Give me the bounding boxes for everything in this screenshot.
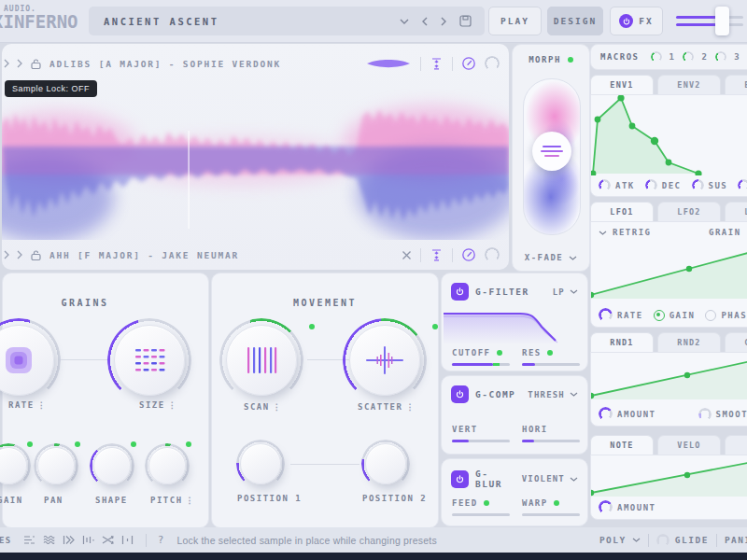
- lfo-phase-radio[interactable]: [705, 310, 716, 321]
- cutoff-slider[interactable]: [452, 363, 510, 366]
- preset-dropdown-icon[interactable]: [400, 19, 409, 24]
- rnd-smoothing-knob[interactable]: [698, 408, 712, 421]
- env-sus-knob[interactable]: [692, 179, 704, 191]
- scatter-menu-dots[interactable]: ⋮: [405, 402, 416, 412]
- position1-knob[interactable]: [236, 440, 285, 488]
- sample2-snap-icon[interactable]: [430, 248, 444, 262]
- vert-slider[interactable]: [452, 440, 510, 442]
- env-dec-knob[interactable]: [645, 179, 657, 191]
- gblur-mode-select[interactable]: VIOLENT: [522, 474, 578, 483]
- sample1-expand-icon[interactable]: [17, 59, 22, 68]
- movement-scan-knob[interactable]: [219, 318, 303, 402]
- sample2-gauge-icon[interactable]: [461, 247, 476, 262]
- sample2-name[interactable]: AHH [F MAJOR] - JAKE NEUMAR: [49, 250, 239, 260]
- gfilter-curve[interactable]: [442, 307, 587, 344]
- morph-mode-select[interactable]: X-FADE: [513, 253, 589, 262]
- movement-scatter-knob[interactable]: [343, 318, 427, 402]
- waves-icon[interactable]: [43, 535, 56, 545]
- env-graph[interactable]: [591, 95, 747, 175]
- hori-slider[interactable]: [522, 440, 580, 442]
- poly-chevron-icon[interactable]: [632, 538, 641, 542]
- save-icon[interactable]: [459, 15, 472, 27]
- sample1-collapse-icon[interactable]: [4, 59, 9, 68]
- sample2-expand-icon[interactable]: [17, 250, 22, 259]
- output-slider-handle[interactable]: [715, 7, 729, 35]
- gfilter-mode-select[interactable]: LP: [553, 287, 578, 297]
- grains-rate-knob[interactable]: [0, 318, 61, 402]
- mod-graph[interactable]: [591, 455, 747, 497]
- lfo-grain-sync-label[interactable]: GRAIN SYNC: [709, 228, 747, 237]
- morph-slider-handle[interactable]: [532, 132, 571, 171]
- macro2-knob[interactable]: [683, 51, 694, 63]
- gcomp-mode-select[interactable]: THRESH: [528, 390, 578, 399]
- list-dashes-icon[interactable]: [23, 535, 36, 545]
- tab-rnd1[interactable]: RND1: [590, 332, 654, 352]
- tab-mod[interactable]: MOD: [725, 435, 747, 455]
- sample2-lock-icon[interactable]: [30, 249, 42, 261]
- help-icon[interactable]: ?: [158, 534, 164, 546]
- mod-amount-knob[interactable]: [599, 500, 613, 514]
- preset-prev-icon[interactable]: [422, 17, 428, 26]
- tab-env1[interactable]: ENV1: [590, 75, 654, 94]
- rate-menu-dots[interactable]: ⋮: [37, 400, 48, 410]
- tab-crnd[interactable]: CRND: [725, 332, 747, 352]
- scan-menu-dots[interactable]: ⋮: [273, 402, 283, 412]
- gblur-power-button[interactable]: [451, 470, 469, 488]
- poly-mode-select[interactable]: POLY: [599, 535, 627, 545]
- pitch-menu-dots[interactable]: ⋮: [186, 496, 196, 505]
- sample2-close-icon[interactable]: [402, 250, 412, 260]
- design-tab[interactable]: DESIGN: [547, 7, 603, 35]
- macro1-knob[interactable]: [651, 51, 662, 63]
- sample1-name[interactable]: ADLIBS [A MAJOR] - SOPHIE VERDONK: [49, 59, 281, 69]
- tab-lfo2[interactable]: LFO2: [657, 202, 721, 221]
- shuffle-icon[interactable]: [102, 535, 115, 545]
- waveform-display[interactable]: [2, 89, 509, 240]
- grains-pan-knob[interactable]: [34, 443, 78, 488]
- sample1-lens-icon[interactable]: [365, 57, 412, 70]
- retrig-chevron-icon[interactable]: [599, 231, 607, 235]
- position2-knob[interactable]: [361, 440, 410, 488]
- playhead-cursor[interactable]: [189, 131, 190, 229]
- sample1-gain-knob[interactable]: [485, 56, 500, 71]
- tab-lfo1[interactable]: LFO1: [590, 202, 654, 221]
- bars-icon[interactable]: [121, 535, 134, 545]
- grains-gain-knob[interactable]: [0, 443, 31, 488]
- statusbar-left-fragment[interactable]: TES: [0, 536, 12, 545]
- tab-env3[interactable]: ENV3: [725, 75, 747, 94]
- skip-forward-icon[interactable]: [63, 535, 76, 545]
- fx-power-icon[interactable]: [619, 14, 633, 28]
- tab-rnd2[interactable]: RND2: [657, 332, 721, 352]
- preset-bar[interactable]: ANCIENT ASCENT: [89, 7, 485, 35]
- tab-note[interactable]: NOTE: [590, 435, 654, 455]
- sample1-gauge-icon[interactable]: [461, 56, 476, 71]
- env-atk-knob[interactable]: [599, 179, 611, 191]
- meter-bars-icon[interactable]: [82, 535, 95, 545]
- rnd-amount-knob[interactable]: [599, 407, 613, 421]
- tab-lfo3[interactable]: LFO3: [725, 202, 747, 221]
- gfilter-power-button[interactable]: [451, 283, 469, 301]
- sample2-collapse-icon[interactable]: [4, 250, 9, 259]
- lfo-gain-radio[interactable]: [654, 310, 665, 321]
- res-slider[interactable]: [522, 363, 580, 366]
- tab-velo[interactable]: VELO: [657, 435, 721, 455]
- tab-env2[interactable]: ENV2: [657, 75, 721, 94]
- lfo-graph[interactable]: [591, 239, 747, 301]
- preset-next-icon[interactable]: [441, 17, 446, 26]
- grains-shape-knob[interactable]: [90, 443, 134, 488]
- rnd-graph[interactable]: [591, 353, 747, 399]
- output-slider[interactable]: [676, 7, 743, 35]
- sample1-snap-icon[interactable]: [430, 57, 444, 71]
- lfo-retrig-label[interactable]: RETRIG: [613, 228, 652, 237]
- glide-knob[interactable]: [656, 534, 669, 547]
- macro3-knob[interactable]: [715, 51, 726, 63]
- fx-tab[interactable]: FX: [610, 7, 663, 35]
- panic-button[interactable]: PANIC: [725, 535, 747, 545]
- sample1-lock-icon[interactable]: [30, 58, 42, 70]
- gcomp-power-button[interactable]: [451, 385, 469, 403]
- lfo-rate-knob[interactable]: [599, 308, 613, 322]
- play-tab[interactable]: PLAY: [488, 7, 542, 35]
- sample2-gain-knob[interactable]: [485, 247, 500, 262]
- feed-slider[interactable]: [452, 513, 510, 516]
- grains-pitch-knob[interactable]: [145, 443, 190, 488]
- grains-size-knob[interactable]: [107, 318, 191, 402]
